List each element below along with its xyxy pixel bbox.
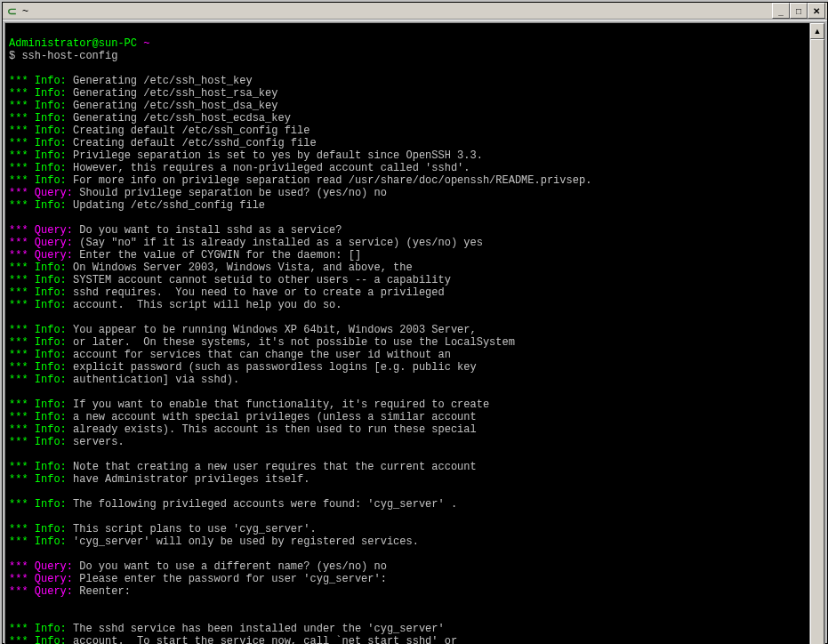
query-label: Query:: [35, 585, 73, 598]
query-text: Enter the value of CYGWIN for the daemon…: [79, 249, 361, 262]
minimize-button[interactable]: _: [772, 3, 790, 19]
info-text: You appear to be running Windows XP 64bi…: [73, 324, 477, 336]
scrollbar[interactable]: ▲ ▼: [809, 22, 825, 644]
info-label: Info:: [35, 436, 67, 448]
query-label: Query:: [35, 560, 73, 573]
info-prefix: ***: [9, 411, 28, 423]
info-prefix: ***: [9, 262, 28, 274]
info-text: Generating /etc/ssh_host_key: [73, 75, 253, 87]
info-prefix: ***: [9, 473, 28, 486]
info-text: Generating /etc/ssh_host_ecdsa_key: [73, 112, 291, 125]
close-button[interactable]: ✕: [808, 3, 825, 19]
info-label: Info:: [35, 75, 67, 87]
query-text: Do you want to use a different name? (ye…: [79, 560, 367, 573]
info-prefix: ***: [9, 423, 28, 436]
info-prefix: ***: [9, 635, 28, 644]
info-text: or later. On these systems, it's not pos…: [73, 336, 515, 349]
query-prefix: ***: [9, 224, 28, 237]
info-label: Info:: [35, 349, 67, 361]
info-label: Info:: [35, 498, 67, 511]
query-prefix: ***: [9, 585, 28, 598]
info-label: Info:: [35, 423, 67, 436]
info-text: account for services that can change the…: [73, 349, 451, 361]
query-text: Reenter:: [79, 585, 131, 598]
info-text: On Windows Server 2003, Windows Vista, a…: [73, 262, 413, 274]
query-label: Query:: [35, 249, 73, 262]
info-prefix: ***: [9, 87, 28, 100]
info-label: Info:: [35, 274, 67, 286]
info-label: Info:: [35, 149, 67, 162]
user-answer: yes: [463, 237, 483, 249]
query-prefix: ***: [9, 573, 28, 585]
info-label: Info:: [35, 87, 67, 100]
info-text: Creating default /etc/sshd_config file: [73, 137, 317, 149]
maximize-button[interactable]: □: [790, 3, 808, 19]
info-prefix: ***: [9, 436, 28, 448]
info-text: authentication] via sshd).: [73, 374, 239, 386]
info-label: Info:: [35, 174, 67, 187]
query-prefix: ***: [9, 237, 28, 249]
info-label: Info:: [35, 623, 67, 635]
info-text: For more info on privilege separation re…: [73, 174, 591, 187]
info-text: sshd requires. You need to have or to cr…: [73, 286, 445, 299]
info-label: Info:: [35, 461, 67, 473]
info-prefix: ***: [9, 336, 28, 349]
info-text: have Administrator privileges itself.: [73, 473, 309, 486]
info-label: Info:: [35, 125, 67, 137]
info-prefix: ***: [9, 100, 28, 112]
info-text: Creating default /etc/ssh_config file: [73, 125, 309, 137]
query-label: Query:: [35, 224, 73, 237]
titlebar[interactable]: ⊂ ~ _ □ ✕: [3, 3, 827, 20]
info-label: Info:: [35, 374, 67, 386]
command-text: ssh-host-config: [21, 50, 117, 62]
terminal-window: ⊂ ~ _ □ ✕ Administrator@sun-PC ~ $ ssh-h…: [2, 2, 828, 644]
info-text: SYSTEM account cannot setuid to other us…: [73, 274, 451, 286]
info-prefix: ***: [9, 498, 28, 511]
cygwin-icon: ⊂: [4, 4, 19, 18]
info-label: Info:: [35, 336, 67, 349]
info-prefix: ***: [9, 299, 28, 311]
user-answer: no: [374, 187, 387, 199]
info-prefix: ***: [9, 199, 28, 212]
scroll-thumb[interactable]: [810, 39, 824, 644]
info-text: servers.: [73, 436, 125, 448]
info-prefix: ***: [9, 274, 28, 286]
prompt-symbol: $: [9, 50, 15, 62]
query-label: Query:: [35, 237, 73, 249]
info-prefix: ***: [9, 374, 28, 386]
info-label: Info:: [35, 473, 67, 486]
info-prefix: ***: [9, 349, 28, 361]
info-prefix: ***: [9, 523, 28, 535]
info-text: Generating /etc/ssh_host_rsa_key: [73, 87, 277, 100]
terminal-output[interactable]: Administrator@sun-PC ~ $ ssh-host-config…: [4, 22, 809, 644]
query-text: (Say "no" if it is already installed as …: [79, 237, 457, 249]
info-label: Info:: [35, 299, 67, 311]
info-label: Info:: [35, 162, 67, 174]
info-text: Updating /etc/sshd_config file: [73, 199, 265, 212]
info-prefix: ***: [9, 361, 28, 374]
info-text: Privilege separation is set to yes by de…: [73, 149, 483, 162]
info-text: a new account with special privileges (u…: [73, 411, 477, 423]
info-prefix: ***: [9, 125, 28, 137]
info-text: explicit password (such as passwordless …: [73, 361, 477, 374]
info-label: Info:: [35, 324, 67, 336]
info-label: Info:: [35, 535, 67, 548]
info-label: Info:: [35, 361, 67, 374]
user-answer: no: [374, 560, 387, 573]
window-controls: _ □ ✕: [772, 3, 825, 19]
query-prefix: ***: [9, 187, 28, 199]
info-prefix: ***: [9, 149, 28, 162]
info-prefix: ***: [9, 137, 28, 149]
info-prefix: ***: [9, 112, 28, 125]
info-prefix: ***: [9, 286, 28, 299]
blank-line: [9, 25, 15, 37]
query-text: Do you want to install sshd as a service…: [79, 224, 342, 237]
info-text: The following privileged accounts were f…: [73, 498, 457, 511]
window-title: ~: [22, 4, 772, 17]
query-prefix: ***: [9, 249, 28, 262]
scroll-track[interactable]: [810, 39, 824, 644]
prompt-path: ~: [143, 37, 149, 50]
scroll-up-button[interactable]: ▲: [810, 23, 824, 39]
info-text: account. To start the service now, call …: [73, 635, 457, 644]
info-text: This script plans to use 'cyg_server'.: [73, 523, 317, 535]
